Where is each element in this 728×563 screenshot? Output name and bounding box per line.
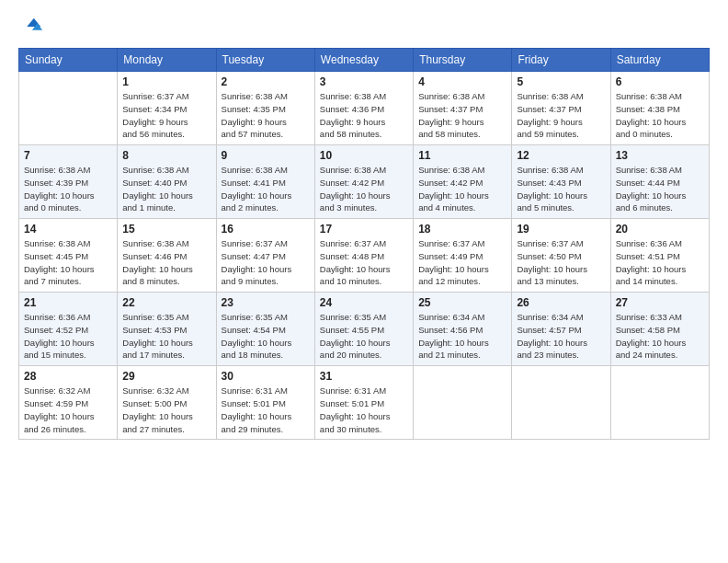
day-info: Sunrise: 6:35 AMSunset: 4:55 PMDaylight:… [320, 311, 408, 362]
calendar-cell: 14Sunrise: 6:38 AMSunset: 4:45 PMDayligh… [19, 219, 118, 293]
day-info: Sunrise: 6:37 AMSunset: 4:48 PMDaylight:… [320, 237, 408, 288]
day-info: Sunrise: 6:38 AMSunset: 4:45 PMDaylight:… [24, 237, 112, 288]
day-info: Sunrise: 6:33 AMSunset: 4:58 PMDaylight:… [616, 311, 704, 362]
day-number: 15 [122, 223, 210, 236]
page: SundayMondayTuesdayWednesdayThursdayFrid… [0, 0, 728, 563]
day-number: 7 [24, 149, 112, 162]
day-number: 8 [122, 149, 210, 162]
calendar-cell [19, 72, 118, 145]
day-number: 24 [320, 296, 408, 309]
day-number: 25 [418, 296, 506, 309]
day-info: Sunrise: 6:34 AMSunset: 4:56 PMDaylight:… [418, 311, 506, 362]
day-number: 26 [517, 296, 605, 309]
calendar-cell: 27Sunrise: 6:33 AMSunset: 4:58 PMDayligh… [610, 293, 709, 366]
day-info: Sunrise: 6:38 AMSunset: 4:42 PMDaylight:… [320, 164, 408, 214]
day-number: 3 [320, 75, 408, 88]
day-info: Sunrise: 6:38 AMSunset: 4:40 PMDaylight:… [122, 164, 210, 214]
day-number: 19 [517, 223, 605, 236]
day-info: Sunrise: 6:38 AMSunset: 4:38 PMDaylight:… [616, 90, 704, 141]
calendar-cell: 24Sunrise: 6:35 AMSunset: 4:55 PMDayligh… [314, 293, 413, 366]
weekday-header-sunday: Sunday [19, 49, 118, 72]
day-number: 10 [320, 149, 408, 162]
day-info: Sunrise: 6:37 AMSunset: 4:47 PMDaylight:… [222, 237, 310, 288]
week-row-1: 1Sunrise: 6:37 AMSunset: 4:34 PMDaylight… [19, 72, 710, 145]
calendar-cell: 28Sunrise: 6:32 AMSunset: 4:59 PMDayligh… [19, 366, 118, 440]
day-number: 11 [418, 149, 506, 162]
day-info: Sunrise: 6:38 AMSunset: 4:36 PMDaylight:… [320, 90, 408, 141]
calendar-cell: 25Sunrise: 6:34 AMSunset: 4:56 PMDayligh… [414, 293, 512, 366]
calendar-cell [512, 366, 610, 440]
weekday-header-wednesday: Wednesday [314, 49, 413, 72]
day-number: 13 [616, 149, 704, 162]
calendar-cell: 6Sunrise: 6:38 AMSunset: 4:38 PMDaylight… [610, 72, 709, 145]
calendar-cell: 29Sunrise: 6:32 AMSunset: 5:00 PMDayligh… [118, 366, 216, 440]
header [18, 15, 710, 40]
day-number: 31 [320, 370, 408, 383]
day-info: Sunrise: 6:36 AMSunset: 4:52 PMDaylight:… [24, 311, 112, 362]
calendar-table: SundayMondayTuesdayWednesdayThursdayFrid… [18, 48, 710, 440]
calendar-cell: 13Sunrise: 6:38 AMSunset: 4:44 PMDayligh… [610, 145, 709, 219]
day-info: Sunrise: 6:32 AMSunset: 5:00 PMDaylight:… [122, 385, 210, 435]
day-info: Sunrise: 6:35 AMSunset: 4:54 PMDaylight:… [222, 311, 310, 362]
calendar-cell: 30Sunrise: 6:31 AMSunset: 5:01 PMDayligh… [216, 366, 314, 440]
day-number: 27 [616, 296, 704, 309]
logo [18, 15, 48, 40]
calendar-cell: 31Sunrise: 6:31 AMSunset: 5:01 PMDayligh… [314, 366, 413, 440]
calendar-cell: 11Sunrise: 6:38 AMSunset: 4:42 PMDayligh… [414, 145, 512, 219]
day-number: 29 [122, 370, 210, 383]
day-info: Sunrise: 6:36 AMSunset: 4:51 PMDaylight:… [616, 237, 704, 288]
day-number: 30 [222, 370, 310, 383]
calendar-cell: 12Sunrise: 6:38 AMSunset: 4:43 PMDayligh… [512, 145, 610, 219]
day-info: Sunrise: 6:31 AMSunset: 5:01 PMDaylight:… [222, 385, 310, 435]
day-number: 12 [517, 149, 605, 162]
day-number: 17 [320, 223, 408, 236]
day-number: 21 [24, 296, 112, 309]
day-info: Sunrise: 6:38 AMSunset: 4:37 PMDaylight:… [418, 90, 506, 141]
weekday-header-thursday: Thursday [414, 49, 512, 72]
calendar-cell: 1Sunrise: 6:37 AMSunset: 4:34 PMDaylight… [118, 72, 216, 145]
day-number: 22 [122, 296, 210, 309]
calendar-cell: 20Sunrise: 6:36 AMSunset: 4:51 PMDayligh… [610, 219, 709, 293]
day-info: Sunrise: 6:37 AMSunset: 4:50 PMDaylight:… [517, 237, 605, 288]
weekday-header-friday: Friday [512, 49, 610, 72]
day-info: Sunrise: 6:38 AMSunset: 4:35 PMDaylight:… [222, 90, 310, 141]
day-number: 18 [418, 223, 506, 236]
calendar-cell: 7Sunrise: 6:38 AMSunset: 4:39 PMDaylight… [19, 145, 118, 219]
day-number: 28 [24, 370, 112, 383]
calendar-cell: 17Sunrise: 6:37 AMSunset: 4:48 PMDayligh… [314, 219, 413, 293]
calendar-cell: 19Sunrise: 6:37 AMSunset: 4:50 PMDayligh… [512, 219, 610, 293]
calendar-cell: 23Sunrise: 6:35 AMSunset: 4:54 PMDayligh… [216, 293, 314, 366]
weekday-header-row: SundayMondayTuesdayWednesdayThursdayFrid… [19, 49, 710, 72]
calendar-cell [414, 366, 512, 440]
calendar-cell: 21Sunrise: 6:36 AMSunset: 4:52 PMDayligh… [19, 293, 118, 366]
weekday-header-tuesday: Tuesday [216, 49, 314, 72]
calendar-cell: 8Sunrise: 6:38 AMSunset: 4:40 PMDaylight… [118, 145, 216, 219]
calendar-cell: 15Sunrise: 6:38 AMSunset: 4:46 PMDayligh… [118, 219, 216, 293]
calendar-cell: 10Sunrise: 6:38 AMSunset: 4:42 PMDayligh… [314, 145, 413, 219]
day-number: 16 [222, 223, 310, 236]
calendar-cell: 26Sunrise: 6:34 AMSunset: 4:57 PMDayligh… [512, 293, 610, 366]
day-info: Sunrise: 6:38 AMSunset: 4:43 PMDaylight:… [517, 164, 605, 214]
day-info: Sunrise: 6:37 AMSunset: 4:49 PMDaylight:… [418, 237, 506, 288]
day-info: Sunrise: 6:38 AMSunset: 4:39 PMDaylight:… [24, 164, 112, 214]
calendar-cell: 22Sunrise: 6:35 AMSunset: 4:53 PMDayligh… [118, 293, 216, 366]
day-info: Sunrise: 6:37 AMSunset: 4:34 PMDaylight:… [122, 90, 210, 141]
day-info: Sunrise: 6:38 AMSunset: 4:42 PMDaylight:… [418, 164, 506, 214]
calendar-cell: 5Sunrise: 6:38 AMSunset: 4:37 PMDaylight… [512, 72, 610, 145]
week-row-2: 7Sunrise: 6:38 AMSunset: 4:39 PMDaylight… [19, 145, 710, 219]
week-row-4: 21Sunrise: 6:36 AMSunset: 4:52 PMDayligh… [19, 293, 710, 366]
day-info: Sunrise: 6:38 AMSunset: 4:37 PMDaylight:… [517, 90, 605, 141]
day-number: 2 [222, 75, 310, 88]
calendar-cell: 3Sunrise: 6:38 AMSunset: 4:36 PMDaylight… [314, 72, 413, 145]
calendar-cell [610, 366, 709, 440]
day-number: 14 [24, 223, 112, 236]
weekday-header-monday: Monday [118, 49, 216, 72]
week-row-5: 28Sunrise: 6:32 AMSunset: 4:59 PMDayligh… [19, 366, 710, 440]
day-info: Sunrise: 6:38 AMSunset: 4:46 PMDaylight:… [122, 237, 210, 288]
day-number: 20 [616, 223, 704, 236]
day-number: 6 [616, 75, 704, 88]
day-info: Sunrise: 6:31 AMSunset: 5:01 PMDaylight:… [320, 385, 408, 435]
day-number: 23 [222, 296, 310, 309]
day-info: Sunrise: 6:32 AMSunset: 4:59 PMDaylight:… [24, 385, 112, 435]
day-number: 5 [517, 75, 605, 88]
